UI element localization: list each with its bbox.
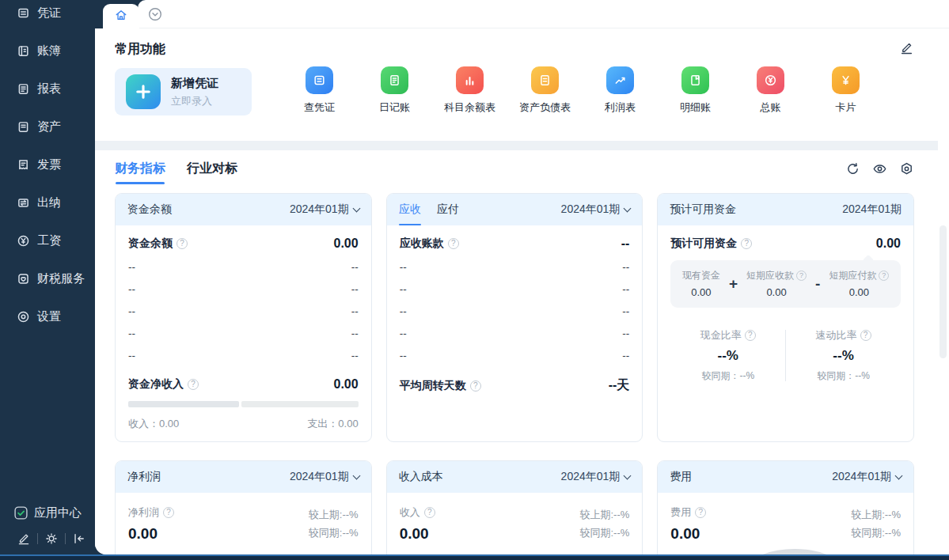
sidebar-item-tax-service[interactable]: 财税服务 (0, 259, 95, 297)
app-center-button[interactable]: 应用中心 (13, 505, 82, 520)
scrollbar-track (938, 141, 949, 150)
gear-icon[interactable] (899, 161, 914, 176)
placeholder-row: ---- (400, 322, 630, 344)
card-net-profit: 净利润2024年01期净利润0.00较上期:--%较同期:--% (115, 460, 372, 554)
income-expense-bar (128, 401, 359, 407)
sidebar-item-reports[interactable]: 报表 (0, 70, 95, 108)
placeholder-row: ---- (400, 278, 630, 300)
sidebar-item-label: 凭证 (37, 6, 61, 21)
help-icon[interactable] (177, 238, 188, 249)
help-icon[interactable] (448, 238, 459, 249)
shortcut-balance-sheet[interactable]: 资产负债表 (507, 66, 583, 115)
shortcut-label: 查凭证 (282, 100, 357, 115)
help-icon[interactable] (745, 330, 756, 341)
card-header: 费用2024年01期 (658, 461, 913, 493)
help-icon[interactable] (879, 271, 889, 281)
shortcut-detail-ledger[interactable]: 明细账 (658, 66, 733, 115)
metric-value: 0.00 (876, 236, 901, 251)
check-voucher-icon (306, 66, 333, 94)
sidebar-item-label: 账簿 (37, 44, 61, 59)
collapse-sidebar-icon[interactable] (72, 532, 86, 546)
clock-chevron-icon (147, 11, 163, 25)
help-icon[interactable] (741, 238, 752, 249)
chevron-down-icon (352, 204, 360, 212)
metric-row: 平均周转天数 --天 (400, 377, 630, 394)
card-header: 预计可用资金 2024年01期 (658, 194, 913, 225)
refresh-icon[interactable] (845, 161, 860, 176)
placeholder-rows: -------------------- (400, 255, 630, 366)
tab-payable[interactable]: 应付 (437, 194, 459, 225)
help-icon[interactable] (163, 507, 174, 518)
tab-receivable[interactable]: 应收 (399, 194, 421, 225)
placeholder-row: ---- (400, 300, 630, 322)
tab-bar-background (138, 0, 949, 28)
sidebar-item-label: 出纳 (37, 195, 61, 210)
help-icon[interactable] (860, 330, 871, 341)
plus-icon (126, 74, 161, 109)
period-select[interactable]: 2024年01期 (561, 202, 631, 217)
placeholder-row: ---- (128, 300, 359, 322)
shortcut-general-ledger[interactable]: 总账 (733, 66, 808, 115)
shortcut-income-statement[interactable]: 利润表 (583, 66, 658, 115)
income-expense-legend: 收入：0.00 支出：0.00 (128, 417, 359, 431)
help-icon[interactable] (424, 507, 435, 518)
divider (37, 533, 38, 544)
period-select[interactable]: 2024年01期 (832, 470, 902, 484)
metric-value: 0.00 (128, 525, 174, 543)
shortcut-journal[interactable]: 日记账 (357, 66, 432, 115)
card-title: 费用 (670, 470, 692, 484)
chevron-down-icon (624, 471, 632, 479)
new-voucher-button[interactable]: 新增凭证 立即录入 (115, 68, 252, 115)
tab-home[interactable] (103, 4, 139, 28)
main-area: 常用功能 新增凭证 立即录入 查凭证日记账科目余额表资产负债表利润表明细账总账卡… (95, 0, 949, 554)
period-select[interactable]: 2024年01期 (290, 202, 359, 217)
sidebar-item-voucher[interactable]: 凭证 (0, 0, 95, 32)
shortcut-account-balance[interactable]: 科目余额表 (432, 66, 507, 115)
voucher-icon (17, 6, 30, 20)
card-available-funds: 预计可用资金 2024年01期 预计可用资金 0.00 现有资金0.00+短期应… (657, 193, 914, 442)
chevron-down-icon (352, 471, 360, 479)
help-icon[interactable] (188, 379, 199, 390)
eye-icon[interactable] (872, 161, 887, 176)
sidebar-item-assets[interactable]: 资产 (0, 108, 95, 146)
sidebar-item-cashier[interactable]: 出纳 (0, 184, 95, 221)
sidebar-item-label: 财税服务 (37, 271, 85, 286)
indicator-toolbar (845, 161, 914, 176)
placeholder-row: ---- (400, 344, 630, 366)
ledger-icon (17, 44, 30, 58)
income-bar-segment (128, 401, 239, 407)
period-label: 2024年01期 (842, 202, 902, 217)
edit-shortcuts-button[interactable] (899, 40, 914, 55)
help-icon[interactable] (796, 271, 807, 281)
chevron-down-icon (624, 204, 632, 212)
home-icon (114, 8, 128, 25)
compare-block: 较上期:--%较同期:--% (851, 505, 901, 543)
help-icon[interactable] (695, 507, 706, 518)
shortcut-check-voucher[interactable]: 查凭证 (282, 66, 357, 115)
formula-term: 短期应付款0.00 (827, 269, 890, 298)
sidebar-item-label: 设置 (37, 309, 61, 324)
period-select[interactable]: 2024年01期 (561, 470, 631, 484)
edit-icon[interactable] (17, 532, 31, 546)
sidebar-item-salary[interactable]: 工资 (0, 221, 95, 259)
tab-financial-indicators[interactable]: 财务指标 (115, 161, 165, 177)
help-icon[interactable] (470, 380, 481, 392)
period-select[interactable]: 2024年01期 (290, 470, 359, 484)
shortcut-card[interactable]: 卡片 (808, 66, 883, 115)
card-receivable-payable: 应收 应付 2024年01期 应收账款 -- -----------------… (386, 193, 643, 442)
placeholder-rows: -------------------- (128, 255, 359, 366)
metric-row: 预计可用资金 0.00 (670, 236, 901, 251)
account-balance-icon (456, 66, 484, 94)
shortcut-label: 日记账 (357, 100, 432, 115)
common-functions-panel: 常用功能 新增凭证 立即录入 查凭证日记账科目余额表资产负债表利润表明细账总账卡… (95, 28, 949, 141)
scrollbar-thumb[interactable] (940, 225, 947, 358)
cards-row-1: 资金余额 2024年01期 资金余额 0.00 ----------------… (115, 193, 914, 442)
sidebar-item-invoice[interactable]: 发票 (0, 146, 95, 184)
detail-ledger-icon (681, 66, 709, 94)
plus-operator: + (729, 275, 738, 293)
tab-recent[interactable] (147, 6, 163, 22)
tab-industry-benchmark[interactable]: 行业对标 (187, 161, 237, 177)
sidebar-item-settings[interactable]: 设置 (0, 297, 95, 335)
theme-sun-icon[interactable] (44, 532, 59, 546)
sidebar-item-account-books[interactable]: 账簿 (0, 32, 95, 70)
